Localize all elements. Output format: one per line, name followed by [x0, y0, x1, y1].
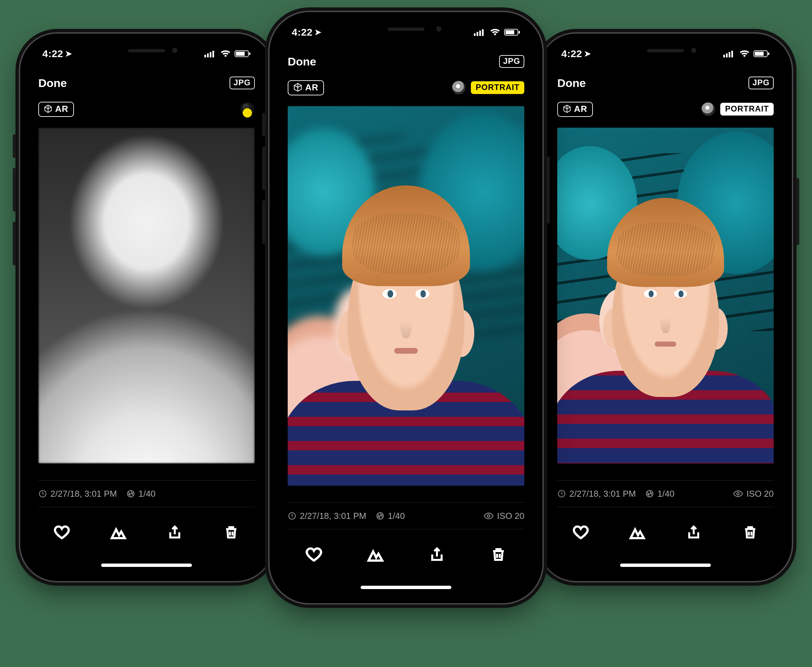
status-time: 4:22 [292, 27, 313, 38]
battery-icon [504, 28, 520, 36]
aperture-icon [645, 489, 654, 498]
meta-exposure: 1/40 [657, 489, 674, 499]
svg-rect-22 [482, 29, 484, 36]
wifi-icon [490, 28, 500, 36]
edit-button[interactable] [626, 522, 648, 543]
svg-rect-21 [479, 31, 481, 36]
meta-iso: ISO 20 [747, 489, 774, 499]
ar-label: AR [55, 104, 68, 114]
photo-viewport[interactable] [38, 128, 255, 463]
clock-icon [557, 489, 566, 498]
format-badge[interactable]: JPG [230, 76, 255, 90]
favorite-button[interactable] [570, 522, 592, 543]
phone-left: 4:22➤ Done JPG AR [20, 33, 273, 581]
delete-button[interactable] [220, 522, 242, 543]
svg-rect-14 [755, 52, 764, 56]
metadata-bar: 2/27/18, 3:01 PM 1/40 ISO 20 [288, 503, 524, 529]
ar-cube-icon [293, 83, 303, 92]
photo-viewport[interactable] [557, 128, 774, 463]
photo-original [557, 128, 774, 463]
portrait-badge[interactable]: PORTRAIT [720, 103, 774, 116]
svg-rect-12 [731, 51, 733, 57]
cellular-icon [723, 50, 735, 57]
metadata-bar: 2/27/18, 3:01 PM 1/40 [38, 480, 255, 507]
battery-icon [754, 50, 770, 57]
location-arrow-icon: ➤ [584, 49, 591, 58]
home-indicator[interactable] [620, 564, 711, 567]
edit-button[interactable] [108, 522, 129, 543]
wifi-icon [220, 50, 231, 57]
notch [341, 19, 471, 40]
delete-button[interactable] [739, 522, 761, 543]
share-button[interactable] [164, 522, 186, 543]
photo-portrait [288, 106, 524, 486]
ar-label: AR [305, 82, 319, 93]
depth-map-image [38, 128, 255, 463]
aperture-icon [376, 511, 384, 520]
svg-rect-2 [210, 52, 211, 57]
meta-datetime: 2/27/18, 3:01 PM [300, 511, 366, 521]
home-indicator[interactable] [361, 586, 451, 589]
svg-rect-6 [249, 52, 250, 55]
svg-rect-20 [477, 32, 478, 36]
svg-rect-19 [474, 33, 476, 36]
svg-rect-11 [729, 52, 730, 57]
svg-rect-25 [519, 31, 520, 33]
share-button[interactable] [426, 544, 448, 565]
format-badge[interactable]: JPG [499, 55, 524, 68]
svg-rect-24 [506, 30, 514, 34]
notch [87, 40, 206, 60]
share-button[interactable] [683, 522, 704, 543]
location-arrow-icon: ➤ [65, 49, 72, 58]
home-indicator[interactable] [101, 564, 192, 567]
meta-iso: ISO 20 [497, 511, 524, 521]
phone-right: 4:22➤ Done JPG AR PORTRAIT [539, 33, 792, 581]
ar-button[interactable]: AR [557, 102, 593, 117]
delete-button[interactable] [488, 544, 509, 565]
edit-button[interactable] [364, 544, 386, 565]
favorite-button[interactable] [51, 522, 73, 543]
svg-rect-0 [204, 55, 206, 57]
notch [606, 40, 725, 60]
aperture-icon [126, 489, 135, 498]
ar-label: AR [574, 104, 587, 114]
svg-point-18 [737, 492, 739, 495]
status-time: 4:22 [42, 48, 63, 60]
ar-cube-icon [562, 105, 571, 113]
clock-icon [38, 489, 47, 498]
done-button[interactable]: Done [557, 76, 586, 90]
depth-toggle[interactable] [240, 102, 255, 116]
ar-cube-icon [44, 105, 52, 113]
depth-toggle[interactable] [701, 102, 715, 116]
meta-exposure: 1/40 [138, 489, 156, 499]
battery-icon [235, 50, 251, 57]
format-badge[interactable]: JPG [749, 76, 774, 90]
done-button[interactable]: Done [288, 55, 316, 68]
portrait-badge[interactable]: PORTRAIT [471, 81, 524, 94]
photo-viewport[interactable] [288, 106, 524, 486]
iso-eye-icon [484, 512, 494, 519]
depth-toggle[interactable] [451, 80, 466, 95]
location-arrow-icon: ➤ [314, 28, 322, 37]
wifi-icon [739, 50, 749, 57]
svg-rect-3 [212, 51, 214, 57]
meta-exposure: 1/40 [388, 511, 405, 521]
svg-rect-5 [236, 52, 245, 56]
phone-center: 4:22➤ Done JPG AR PORTRAIT [270, 12, 542, 603]
clock-icon [288, 511, 296, 520]
svg-point-28 [488, 514, 490, 517]
status-time: 4:22 [561, 48, 582, 60]
svg-rect-10 [726, 53, 728, 57]
svg-rect-1 [207, 53, 209, 57]
ar-button[interactable]: AR [288, 80, 324, 95]
meta-datetime: 2/27/18, 3:01 PM [569, 489, 636, 499]
meta-datetime: 2/27/18, 3:01 PM [50, 489, 117, 499]
done-button[interactable]: Done [38, 76, 67, 90]
svg-rect-9 [723, 55, 725, 57]
svg-rect-15 [768, 52, 769, 55]
ar-button[interactable]: AR [38, 102, 74, 117]
favorite-button[interactable] [303, 544, 324, 565]
metadata-bar: 2/27/18, 3:01 PM 1/40 ISO 20 [557, 480, 774, 507]
iso-eye-icon [733, 490, 743, 498]
cellular-icon [204, 50, 216, 57]
